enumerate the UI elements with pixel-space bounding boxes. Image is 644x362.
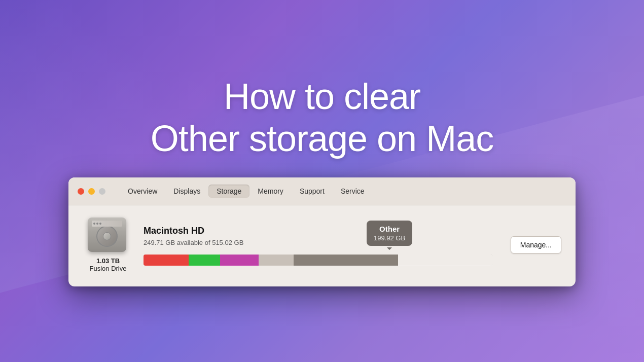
title-line1: How to clear — [151, 76, 493, 118]
tab-displays[interactable]: Displays — [165, 185, 208, 198]
tab-support[interactable]: Support — [292, 185, 333, 198]
hd-icon — [88, 218, 128, 254]
bar-system — [294, 255, 398, 266]
drive-details: Other 199.92 GB Macintosh HD 249.71 GB a… — [144, 225, 492, 266]
title-line2: Other storage on Mac — [151, 118, 493, 160]
tabs: Overview Displays Storage Memory Support… — [120, 185, 373, 198]
bar-docs — [189, 255, 220, 266]
drive-available: 249.71 GB available of 515.02 GB — [144, 239, 492, 246]
drive-name: Macintosh HD — [144, 226, 492, 236]
tab-memory[interactable]: Memory — [249, 185, 292, 198]
drive-icon-area: 1.03 TB Fusion Drive — [83, 218, 133, 272]
tab-service[interactable]: Service — [333, 185, 373, 198]
storage-bar — [144, 255, 492, 266]
titlebar: Overview Displays Storage Memory Support… — [68, 177, 576, 205]
minimize-button[interactable] — [88, 188, 95, 195]
bar-photos — [259, 255, 294, 266]
mac-window: Overview Displays Storage Memory Support… — [68, 177, 576, 286]
title-area: How to clear Other storage on Mac — [151, 76, 493, 160]
tab-storage[interactable]: Storage — [208, 185, 249, 198]
traffic-lights — [78, 188, 105, 195]
drive-type: Fusion Drive — [90, 265, 127, 272]
window-content: 1.03 TB Fusion Drive Other 199.92 GB Mac… — [68, 205, 576, 286]
drive-size-label: 1.03 TB Fusion Drive — [90, 257, 127, 272]
manage-button[interactable]: Manage... — [511, 236, 561, 254]
maximize-button[interactable] — [99, 188, 105, 195]
drive-size: 1.03 TB — [90, 257, 127, 265]
bar-apps — [144, 255, 189, 266]
close-button[interactable] — [78, 188, 84, 195]
bar-other — [220, 255, 259, 266]
bar-free — [398, 255, 492, 266]
drive-row: 1.03 TB Fusion Drive Other 199.92 GB Mac… — [83, 218, 561, 272]
tab-overview[interactable]: Overview — [120, 185, 165, 198]
